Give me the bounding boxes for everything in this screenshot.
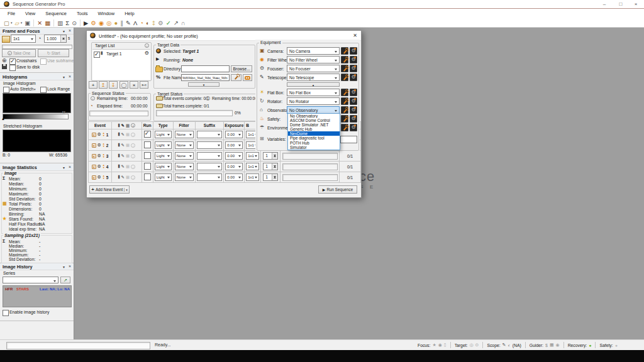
col-run[interactable]: Run [142, 122, 153, 129]
save-to-disk-checkbox[interactable] [9, 65, 16, 71]
filename-input[interactable] [181, 74, 230, 81]
chart-icon[interactable]: ↗ [174, 19, 179, 27]
wrench-button[interactable] [341, 56, 348, 63]
reorder-icons[interactable]: ▲▼ [103, 175, 105, 179]
reorder-icons[interactable]: ▲▼ [103, 132, 105, 136]
reorder-icons[interactable]: ▲▼ [103, 164, 105, 168]
filename-pattern-button[interactable] [243, 74, 252, 81]
variables-input[interactable] [340, 136, 357, 143]
suffix-select[interactable] [197, 173, 223, 181]
observatory-option[interactable]: Dome Simulator .NET [288, 123, 340, 127]
suffix-select[interactable] [197, 163, 223, 170]
filter-select[interactable]: None [175, 173, 194, 181]
observatory-option[interactable]: Generic Hub [288, 127, 340, 131]
wrench-button[interactable] [341, 89, 348, 96]
close-panel-icon[interactable]: × [69, 165, 71, 169]
minimize-button[interactable]: – [599, 1, 610, 8]
menu-view[interactable]: View [20, 9, 40, 18]
rotator-icon[interactable]: ⊙ [475, 343, 479, 348]
take-one-button[interactable]: 1Take One [2, 49, 36, 57]
type-select[interactable]: Light [155, 173, 172, 181]
reset-target-button[interactable]: ◯ [119, 81, 128, 89]
run-icon[interactable]: ▶ [84, 19, 88, 27]
close-panel-icon[interactable]: × [69, 264, 71, 268]
binning-select[interactable]: 1x1 [246, 163, 259, 170]
target-list[interactable]: Ⅱ Target 1 ⚙ [92, 49, 150, 80]
type-select[interactable]: Light [155, 141, 172, 149]
wrench-button[interactable] [341, 65, 348, 72]
event-gear-icon[interactable]: ⚙ [97, 143, 101, 148]
binning-select[interactable]: 1x1 [11, 35, 36, 43]
col-event[interactable]: Event [89, 122, 112, 129]
settings-button[interactable]: ⚙ [350, 56, 357, 63]
exposure-select[interactable]: 0.00 [225, 163, 243, 170]
menu-help[interactable]: Help [119, 9, 139, 18]
binning-select[interactable]: 1x1 [246, 152, 259, 160]
wrench-button[interactable] [341, 97, 348, 105]
open-sequence-icon[interactable]: ▱ [15, 19, 19, 27]
delete-event-icon[interactable]: × [92, 133, 96, 137]
rotator-select[interactable]: No Rotator [287, 97, 340, 105]
event-gear-icon[interactable]: ⚙ [97, 164, 101, 169]
camera-icon[interactable]: ▦ [45, 19, 50, 27]
observatory-option[interactable]: Pipe diagnostic tool [288, 136, 340, 140]
col-type[interactable]: Type [153, 122, 173, 129]
settings-button[interactable]: ⚙ [350, 124, 357, 131]
settings-button[interactable]: ⚙ [350, 106, 357, 114]
crosshairs-checkbox[interactable] [9, 58, 16, 65]
event-gear-icon[interactable]: ⚙ [97, 132, 101, 137]
enable-image-history-checkbox[interactable] [3, 310, 9, 316]
observatory-option[interactable]: NexDome [288, 131, 340, 136]
chevron-down-icon[interactable]: ▾ [34, 87, 36, 91]
lock-range-checkbox[interactable] [40, 87, 47, 93]
stretch-slider[interactable] [3, 114, 69, 119]
telescope-icon[interactable]: Λ [133, 19, 137, 27]
close-panel-icon[interactable]: × [69, 74, 71, 79]
event-gear-icon[interactable]: ⚙ [97, 153, 101, 158]
target-enabled-checkbox[interactable] [94, 52, 100, 58]
filter-select[interactable]: None [175, 141, 194, 149]
move-target-down-button[interactable]: ↧ [109, 81, 118, 89]
filter-wheel-icon[interactable]: ◉ [438, 343, 442, 348]
profile-tools-icon[interactable]: ✕ [37, 19, 42, 27]
move-target-up-button[interactable]: ↥ [99, 81, 108, 89]
focus-icon[interactable]: ◎ [106, 19, 111, 27]
exposure-select[interactable]: 0.00 [225, 141, 243, 149]
exposure-spinner[interactable]: 1.000 [44, 35, 67, 43]
settings-button[interactable]: ⚙ [350, 115, 357, 123]
run-checkbox[interactable] [144, 141, 151, 148]
start-button[interactable]: ↻Start [38, 49, 69, 57]
focuser-select[interactable]: No Focuser [287, 65, 340, 72]
park-icon[interactable]: ◐ [508, 343, 510, 348]
grid-icon[interactable]: ▦ [550, 343, 554, 348]
target-name[interactable]: Target 1 [106, 52, 122, 56]
repeat-spinner[interactable]: 1 [263, 173, 278, 181]
settings-button[interactable]: ⚙ [350, 65, 357, 72]
flat-box-select[interactable]: No Flat Box [287, 89, 340, 96]
col-suffix[interactable]: Suffix [195, 122, 224, 129]
observatory-option[interactable]: POTH Hub [288, 141, 340, 145]
magnifier-icon[interactable]: ⊙ [72, 19, 77, 27]
add-target-button[interactable]: + [89, 81, 97, 89]
equipment-collapse-button[interactable]: ▴ [287, 82, 340, 87]
delete-event-icon[interactable]: × [92, 143, 96, 148]
key-icon[interactable]: ‡ [152, 19, 155, 27]
badge-icon[interactable]: ◐ [146, 19, 150, 27]
dialog-close-icon[interactable]: ✕ [353, 33, 357, 38]
target-data-expander[interactable]: ▾ [188, 82, 219, 87]
collapse-icon[interactable]: ▾ [63, 29, 65, 33]
suffix-select[interactable] [197, 152, 223, 160]
star-icon[interactable]: ★ [432, 343, 436, 348]
wrench-button[interactable] [341, 124, 348, 131]
close-button[interactable]: × [630, 1, 641, 8]
settings-button[interactable]: ⚙ [350, 47, 357, 55]
settings-button[interactable]: ⚙ [350, 97, 357, 105]
browse-button[interactable]: Browse... [231, 65, 252, 72]
menu-sequence[interactable]: Sequence [40, 9, 72, 18]
focuser-icon[interactable]: ▯ [444, 343, 447, 348]
event-gear-icon[interactable]: ⚙ [97, 175, 101, 180]
run-checkbox[interactable] [144, 173, 151, 180]
exposure-select[interactable]: 0.00 [225, 131, 243, 138]
brush-icon[interactable]: ✎ [126, 19, 131, 27]
statistics-icon[interactable]: Σ [65, 19, 69, 27]
